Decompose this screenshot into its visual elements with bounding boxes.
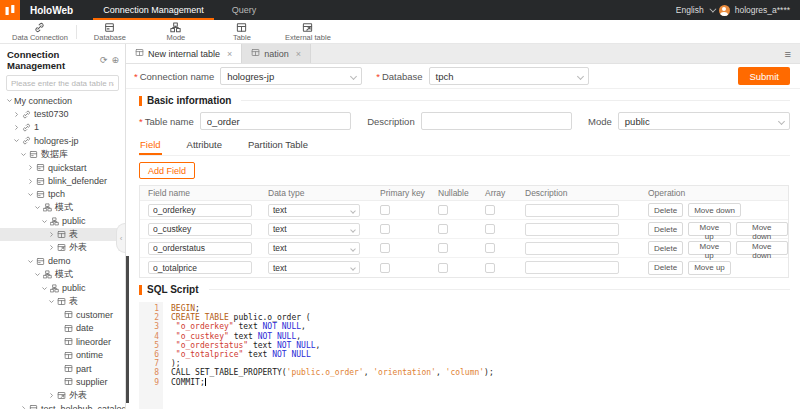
caret-right-icon[interactable]	[26, 164, 35, 171]
tree-item-quickstart[interactable]: quickstart	[0, 161, 125, 174]
move-down-button[interactable]: Move down	[736, 241, 789, 255]
tree-item--[interactable]: 表	[0, 295, 125, 308]
field-name-input[interactable]	[148, 204, 252, 217]
caret-right-icon[interactable]	[12, 111, 21, 118]
tree-item--[interactable]: 数据库	[0, 148, 125, 161]
tree-item--[interactable]: 模式	[0, 201, 125, 214]
add-field-button[interactable]: Add Field	[139, 162, 195, 179]
delete-button[interactable]: Delete	[648, 203, 683, 217]
caret-down-icon[interactable]	[47, 298, 56, 305]
sidebar-collapse-handle[interactable]: ‹	[116, 223, 125, 253]
caret-right-icon[interactable]	[26, 178, 35, 185]
caret-right-icon[interactable]	[12, 124, 21, 131]
caret-down-icon[interactable]	[33, 204, 42, 211]
nullable-checkbox[interactable]	[438, 263, 448, 273]
move-up-button[interactable]: Move up	[688, 261, 731, 275]
tab-attribute[interactable]: Attribute	[186, 137, 223, 155]
tab-field[interactable]: Field	[139, 137, 162, 155]
array-checkbox[interactable]	[485, 263, 495, 273]
primary-key-checkbox[interactable]	[380, 263, 390, 273]
tree-item--[interactable]: 外表	[0, 389, 125, 402]
close-icon[interactable]: ×	[296, 49, 301, 59]
mode-select[interactable]: public	[618, 112, 790, 130]
nullable-checkbox[interactable]	[438, 224, 448, 234]
toolbar-item-external-table[interactable]: External table	[275, 22, 341, 42]
avatar[interactable]	[719, 5, 730, 16]
field-name-input[interactable]	[148, 242, 252, 255]
field-description-input[interactable]	[525, 242, 619, 255]
nullable-checkbox[interactable]	[438, 243, 448, 253]
close-icon[interactable]: ×	[227, 49, 232, 59]
tree-item--[interactable]: 外表	[0, 241, 125, 254]
tree-item-ontime[interactable]: ontime	[0, 348, 125, 361]
primary-key-checkbox[interactable]	[380, 243, 390, 253]
data-type-select[interactable]: text	[268, 261, 360, 274]
field-description-input[interactable]	[525, 261, 619, 274]
tree-item-date[interactable]: date	[0, 322, 125, 335]
move-up-button[interactable]: Move up	[688, 241, 730, 255]
username[interactable]: hologres_a****	[735, 5, 790, 15]
tree-item-test-holohub-catalog[interactable]: test_holohub_catalog	[0, 402, 125, 409]
primary-key-checkbox[interactable]	[380, 205, 390, 215]
connection-name-select[interactable]: hologres-jp	[220, 67, 362, 85]
table-name-input[interactable]	[200, 112, 351, 130]
field-name-input[interactable]	[148, 261, 252, 274]
array-checkbox[interactable]	[485, 224, 495, 234]
top-tab-connection-management[interactable]: Connection Management	[89, 0, 218, 20]
caret-down-icon[interactable]	[5, 97, 14, 104]
tree-item-tpch[interactable]: tpch	[0, 188, 125, 201]
array-checkbox[interactable]	[485, 205, 495, 215]
tree-item--[interactable]: 模式	[0, 268, 125, 281]
field-name-input[interactable]	[148, 223, 252, 236]
tree-item-blink-defender[interactable]: blink_defender	[0, 174, 125, 187]
primary-key-checkbox[interactable]	[380, 224, 390, 234]
caret-right-icon[interactable]	[47, 231, 56, 238]
caret-right-icon[interactable]	[47, 392, 56, 399]
tree-item-public[interactable]: public	[0, 215, 125, 228]
caret-down-icon[interactable]	[26, 191, 35, 198]
move-down-button[interactable]: Move down	[688, 203, 741, 217]
doc-tab-new-internal-table[interactable]: New internal table ×	[126, 44, 242, 63]
add-connection-icon[interactable]: ⊕	[111, 55, 119, 65]
caret-down-icon[interactable]	[33, 271, 42, 278]
data-type-select[interactable]: text	[268, 242, 360, 255]
tree-item-test0730[interactable]: test0730	[0, 107, 125, 120]
array-checkbox[interactable]	[485, 243, 495, 253]
tree-item-supplier[interactable]: supplier	[0, 375, 125, 388]
tree-item-lineorder[interactable]: lineorder	[0, 335, 125, 348]
toolbar-item-mode[interactable]: Mode	[143, 22, 209, 42]
search-input[interactable]	[6, 75, 119, 91]
tree-item-1[interactable]: 1	[0, 121, 125, 134]
toolbar-item-database[interactable]: Database	[77, 22, 143, 42]
toolbar-item-table[interactable]: Table	[209, 22, 275, 42]
database-select[interactable]: tpch	[429, 67, 589, 85]
tab-list-menu-icon[interactable]: ≡	[776, 44, 800, 63]
tree-item--[interactable]: 表	[0, 228, 125, 241]
delete-button[interactable]: Delete	[648, 261, 683, 275]
caret-right-icon[interactable]	[47, 244, 56, 251]
nullable-checkbox[interactable]	[438, 205, 448, 215]
tree-item-public[interactable]: public	[0, 281, 125, 294]
caret-down-icon[interactable]	[12, 137, 21, 144]
move-up-button[interactable]: Move up	[688, 222, 730, 236]
refresh-icon[interactable]: ⟳	[100, 55, 108, 65]
description-input[interactable]	[421, 112, 572, 130]
field-description-input[interactable]	[525, 223, 619, 236]
tree-item-customer[interactable]: customer	[0, 308, 125, 321]
tab-partition-table[interactable]: Partition Table	[247, 137, 309, 155]
delete-button[interactable]: Delete	[648, 241, 683, 255]
sql-editor[interactable]: 123456789 BEGIN;CREATE TABLE public.o_or…	[139, 302, 790, 409]
move-down-button[interactable]: Move down	[736, 222, 789, 236]
caret-down-icon[interactable]	[40, 218, 49, 225]
vertical-scrollbar-thumb[interactable]	[126, 256, 129, 403]
caret-right-icon[interactable]	[19, 405, 28, 409]
caret-down-icon[interactable]	[26, 258, 35, 265]
field-description-input[interactable]	[525, 204, 619, 217]
tree-item-my-connection[interactable]: My connection	[0, 94, 125, 107]
submit-button[interactable]: Submit	[738, 67, 790, 85]
tree-item-part[interactable]: part	[0, 362, 125, 375]
toolbar-item-data-connection[interactable]: Data Connection	[4, 22, 76, 42]
tree-item-demo[interactable]: demo	[0, 255, 125, 268]
language-selector[interactable]: English	[676, 5, 704, 15]
delete-button[interactable]: Delete	[648, 222, 683, 236]
